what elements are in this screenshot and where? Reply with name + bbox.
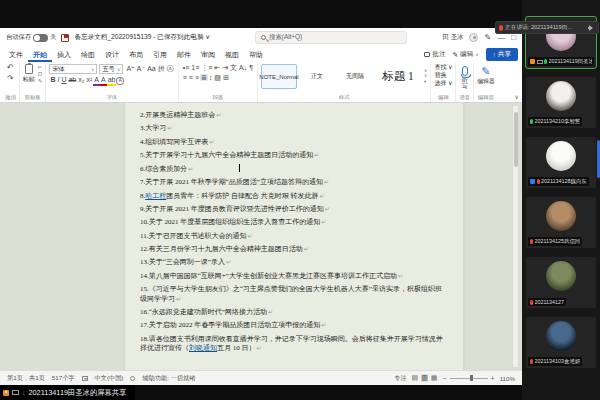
doc-line[interactable]: 12.有关三月份学习十九届六中全会精神主题团日活动↵: [140, 245, 448, 255]
paragraph-tool-button[interactable]: ⇥: [221, 64, 229, 72]
scrollbar-thumb[interactable]: [514, 112, 518, 167]
menu-tab[interactable]: 绘图: [76, 48, 100, 62]
word-count[interactable]: 517个字: [52, 374, 75, 383]
doc-line[interactable]: 5.关于开展学习十九届六中全会精神主题团日活动的通知↵: [140, 151, 448, 161]
document-page[interactable]: 2.开展奥运精神主题班会↵3.大学习↵4.组织填写同学互评表↵5.关于开展学习十…: [125, 103, 463, 370]
doc-line[interactable]: 17.关于启动 2022 年春季学期品质团日活动立项申报的通知↵: [140, 321, 448, 331]
menu-tab[interactable]: 开始: [28, 48, 52, 62]
paragraph-tool-button[interactable]: A↓: [238, 64, 248, 72]
font-tool-button[interactable]: 拼: [157, 65, 166, 73]
editing-tool-button[interactable]: 查找 ∨: [434, 64, 452, 71]
paragraph-tool-button[interactable]: •≡: [182, 64, 191, 72]
paragraph-tool-button[interactable]: ⊞: [222, 74, 230, 82]
save-icon[interactable]: [61, 34, 69, 42]
doc-line[interactable]: 10.关于 2021 年度基层团组织组织生活录入督查工作的通知↵: [140, 218, 448, 228]
doc-line[interactable]: 13.关于“三会两制一课”录入↵: [140, 258, 448, 268]
document-title[interactable]: 备忘录文档_20220915139 - 已保存到此电脑 ∨: [74, 33, 210, 42]
view-mode-icon[interactable]: ▦: [431, 374, 438, 382]
font-tool-button[interactable]: x₂: [77, 76, 85, 84]
autosave-switch-icon[interactable]: [33, 34, 48, 42]
clipboard-tool-icon[interactable]: ✎: [38, 78, 43, 84]
menu-tab[interactable]: 邮件: [172, 48, 196, 62]
menu-tab[interactable]: 设计: [100, 48, 124, 62]
paragraph-tool-button[interactable]: ▨: [213, 74, 222, 82]
paragraph-tool-button[interactable]: 文: [229, 64, 238, 72]
zoom-thumb[interactable]: [470, 375, 473, 381]
collapse-ribbon-icon[interactable]: ∨: [515, 93, 519, 100]
zoom-level[interactable]: 110%: [500, 375, 515, 382]
participant-tile[interactable]: 2021134210李智慧: [526, 77, 596, 128]
clipboard-tool-icon[interactable]: ✂: [38, 64, 43, 70]
font-tool-button[interactable]: ab: [67, 76, 77, 84]
dictate-button[interactable]: 听写: [459, 64, 470, 90]
font-tool-button[interactable]: Aa: [146, 65, 157, 73]
doc-line[interactable]: 18.请各位团支书利用课间收看直播并学习，并记录下学习现场瞬间。会后将征集并开展…: [140, 335, 448, 355]
font-size-select[interactable]: 五号 ∨: [99, 64, 123, 74]
editing-tool-button[interactable]: 替换: [434, 72, 452, 79]
font-tool-button[interactable]: U: [60, 76, 67, 84]
font-tool-button[interactable]: x²: [85, 76, 93, 84]
share-button[interactable]: ↑ 共享: [486, 48, 518, 61]
font-tool-button[interactable]: A⁺: [125, 65, 135, 73]
doc-line[interactable]: 9.关于开展 2021 年度团员教育评议暨先进性评价工作的通知↵: [140, 205, 448, 215]
participant-tile[interactable]: 2021134103金述妍: [526, 317, 596, 368]
style-chip[interactable]: NOTE_Normal: [261, 64, 297, 89]
doc-line[interactable]: 7.关于开展 2021 年秋季学期“品质团活”立项结题答辩的通知↵: [140, 178, 448, 188]
font-tool-button[interactable]: ab: [107, 76, 117, 86]
menu-tab[interactable]: 文件: [4, 48, 28, 62]
participant-tile[interactable]: 2021134128魏向东: [526, 137, 596, 188]
style-chip[interactable]: 无间隔: [337, 64, 373, 89]
maximize-button[interactable]: □: [511, 34, 516, 42]
editing-tool-button[interactable]: 选择 ∨: [434, 80, 452, 87]
hyperlink[interactable]: 刘晓通知: [189, 344, 217, 352]
hyperlink[interactable]: 哈工程: [145, 192, 166, 200]
draw-icon[interactable]: ✎: [484, 34, 491, 42]
paragraph-tool-button[interactable]: ≣: [200, 74, 208, 82]
font-tool-button[interactable]: Ⓐ: [166, 65, 175, 73]
font-tool-button[interactable]: A: [116, 77, 123, 85]
font-tool-button[interactable]: A: [93, 76, 100, 86]
participant-tile[interactable]: 2021134127: [526, 257, 596, 308]
menu-tab[interactable]: 插入: [52, 48, 76, 62]
language-indicator[interactable]: 中文(中国): [95, 374, 124, 383]
doc-line[interactable]: 11.关于召开团支书述职大会的通知↵: [140, 232, 448, 242]
vertical-scrollbar[interactable]: [512, 105, 519, 368]
search-input[interactable]: 搜索(Alt+Q): [255, 31, 407, 44]
accessibility-status[interactable]: 辅助功能: 一切就绪: [142, 374, 195, 383]
redo-button[interactable]: ↷: [5, 75, 16, 84]
page-indicator[interactable]: 第1页，共1页: [7, 374, 45, 383]
editor-button[interactable]: ✎ 编辑器: [477, 64, 494, 84]
menu-tab[interactable]: 帮助: [244, 48, 268, 62]
style-chip[interactable]: 标题 1: [375, 64, 421, 89]
doc-line[interactable]: 14.第八届中国国际“互联网+”大学生创新创业大赛黑龙江赛区赛事培训工作正式启动…: [140, 272, 448, 282]
font-tool-button[interactable]: A: [100, 76, 107, 86]
screen-share-indicator[interactable]: ↓ 2021134119田圣冰的屏幕共享: [0, 385, 135, 400]
menu-tab[interactable]: 审阅: [196, 48, 220, 62]
paragraph-tool-button[interactable]: 1≡: [190, 64, 200, 72]
autosave-toggle[interactable]: 自动保存 关: [6, 33, 56, 42]
doc-line[interactable]: 4.组织填写同学互评表↵: [140, 138, 448, 148]
minimize-button[interactable]: —: [497, 34, 505, 42]
font-tool-button[interactable]: A⁻: [136, 65, 146, 73]
undo-button[interactable]: ↶: [5, 64, 16, 73]
user-avatar[interactable]: [469, 33, 478, 42]
zoom-in-icon[interactable]: +: [491, 375, 495, 382]
speaker-icon[interactable]: [588, 25, 595, 31]
comments-button[interactable]: 批注: [424, 50, 445, 59]
font-tool-button[interactable]: B: [49, 76, 56, 84]
menu-tab[interactable]: 布局: [124, 48, 148, 62]
clipboard-tool-icon[interactable]: ⊡: [38, 71, 43, 77]
participant-tile[interactable]: 2021134125武信同: [526, 197, 596, 248]
doc-line[interactable]: 3.大学习↵: [140, 124, 448, 134]
paste-button[interactable]: 粘贴: [23, 64, 35, 84]
style-scroll-icon[interactable]: ▾: [424, 80, 427, 85]
doc-line[interactable]: 2.开展奥运精神主题班会↵: [140, 111, 448, 121]
doc-line[interactable]: 8.哈工程团员青年：科学防护 自律配合 共克时艰 转发此群↵: [140, 192, 448, 202]
zoom-slider[interactable]: − +: [442, 375, 494, 382]
doc-line[interactable]: 6.综合素质加分↵: [140, 164, 448, 175]
proofing-icon[interactable]: [82, 376, 88, 381]
paragraph-tool-button[interactable]: ⋮≡: [200, 64, 213, 72]
paragraph-tool-button[interactable]: ¶: [248, 64, 254, 72]
font-name-select[interactable]: 宋体 ∨: [49, 64, 97, 74]
doc-line[interactable]: 15.《习近平与大学生朋友们》之“习主席点赞我们的全国大学生机器人大赛”采访实录…: [140, 285, 448, 305]
